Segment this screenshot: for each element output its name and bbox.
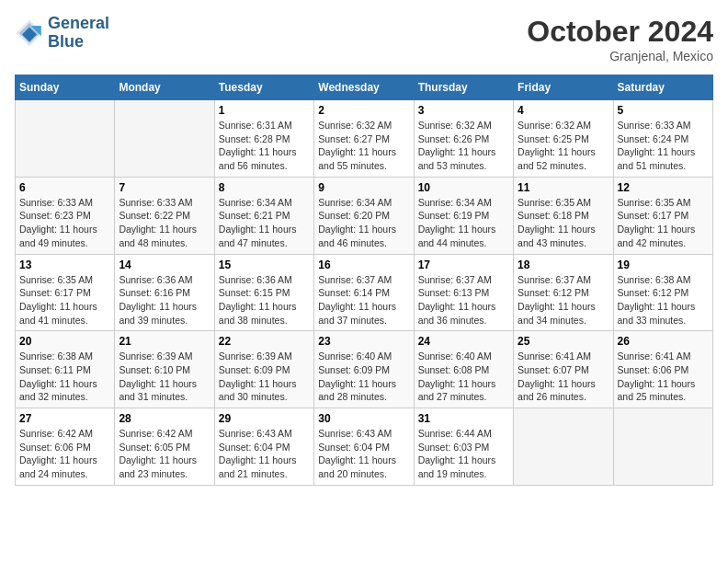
day-info: Sunrise: 6:33 AMSunset: 6:22 PMDaylight:… bbox=[119, 196, 210, 250]
day-cell: 3Sunrise: 6:32 AMSunset: 6:26 PMDaylight… bbox=[414, 100, 513, 178]
day-info: Sunrise: 6:35 AMSunset: 6:17 PMDaylight:… bbox=[618, 196, 709, 250]
day-cell: 9Sunrise: 6:34 AMSunset: 6:20 PMDaylight… bbox=[314, 177, 414, 254]
day-info: Sunrise: 6:38 AMSunset: 6:11 PMDaylight:… bbox=[19, 350, 110, 404]
day-info: Sunrise: 6:31 AMSunset: 6:28 PMDaylight:… bbox=[219, 119, 310, 173]
day-cell: 31Sunrise: 6:44 AMSunset: 6:03 PMDayligh… bbox=[414, 408, 513, 486]
day-cell: 25Sunrise: 6:41 AMSunset: 6:07 PMDayligh… bbox=[514, 331, 613, 408]
day-number: 20 bbox=[19, 335, 110, 348]
day-info: Sunrise: 6:42 AMSunset: 6:05 PMDaylight:… bbox=[119, 427, 210, 481]
day-number: 10 bbox=[418, 181, 509, 194]
day-cell: 7Sunrise: 6:33 AMSunset: 6:22 PMDaylight… bbox=[115, 177, 214, 254]
day-info: Sunrise: 6:37 AMSunset: 6:13 PMDaylight:… bbox=[418, 273, 509, 327]
day-number: 8 bbox=[219, 181, 310, 194]
day-number: 29 bbox=[219, 412, 310, 425]
day-cell bbox=[514, 408, 613, 486]
day-info: Sunrise: 6:35 AMSunset: 6:17 PMDaylight:… bbox=[19, 273, 110, 327]
day-number: 5 bbox=[618, 104, 709, 117]
day-cell: 8Sunrise: 6:34 AMSunset: 6:21 PMDaylight… bbox=[214, 177, 313, 254]
day-info: Sunrise: 6:33 AMSunset: 6:24 PMDaylight:… bbox=[618, 119, 709, 173]
day-info: Sunrise: 6:42 AMSunset: 6:06 PMDaylight:… bbox=[19, 427, 110, 481]
day-info: Sunrise: 6:39 AMSunset: 6:10 PMDaylight:… bbox=[119, 350, 210, 404]
logo-line2: Blue bbox=[48, 33, 109, 52]
week-row-5: 27Sunrise: 6:42 AMSunset: 6:06 PMDayligh… bbox=[16, 408, 713, 486]
day-number: 19 bbox=[618, 259, 709, 271]
weekday-header-thursday: Thursday bbox=[414, 75, 513, 100]
day-info: Sunrise: 6:44 AMSunset: 6:03 PMDaylight:… bbox=[418, 427, 509, 481]
day-cell: 14Sunrise: 6:36 AMSunset: 6:16 PMDayligh… bbox=[115, 254, 214, 331]
day-number: 13 bbox=[19, 259, 110, 271]
day-cell: 10Sunrise: 6:34 AMSunset: 6:19 PMDayligh… bbox=[414, 177, 513, 254]
week-row-1: 1Sunrise: 6:31 AMSunset: 6:28 PMDaylight… bbox=[16, 100, 713, 178]
day-number: 7 bbox=[119, 181, 210, 194]
day-number: 3 bbox=[418, 104, 509, 117]
day-cell bbox=[613, 408, 712, 486]
page-header: General Blue October 2024 Granjenal, Mex… bbox=[15, 15, 713, 63]
day-number: 11 bbox=[518, 181, 609, 194]
day-cell: 15Sunrise: 6:36 AMSunset: 6:15 PMDayligh… bbox=[214, 254, 313, 331]
day-cell: 28Sunrise: 6:42 AMSunset: 6:05 PMDayligh… bbox=[115, 408, 214, 486]
day-cell: 23Sunrise: 6:40 AMSunset: 6:09 PMDayligh… bbox=[314, 331, 414, 408]
weekday-header-sunday: Sunday bbox=[16, 75, 115, 100]
logo-icon bbox=[15, 18, 44, 48]
day-cell bbox=[16, 100, 115, 178]
day-info: Sunrise: 6:38 AMSunset: 6:12 PMDaylight:… bbox=[618, 273, 709, 327]
day-cell: 12Sunrise: 6:35 AMSunset: 6:17 PMDayligh… bbox=[613, 177, 712, 254]
day-number: 26 bbox=[618, 335, 709, 348]
day-cell: 22Sunrise: 6:39 AMSunset: 6:09 PMDayligh… bbox=[214, 331, 313, 408]
month-title: October 2024 bbox=[527, 15, 713, 49]
day-number: 15 bbox=[219, 259, 310, 271]
day-number: 6 bbox=[19, 181, 110, 194]
week-row-2: 6Sunrise: 6:33 AMSunset: 6:23 PMDaylight… bbox=[16, 177, 713, 254]
week-row-4: 20Sunrise: 6:38 AMSunset: 6:11 PMDayligh… bbox=[16, 331, 713, 408]
day-info: Sunrise: 6:33 AMSunset: 6:23 PMDaylight:… bbox=[19, 196, 110, 250]
day-number: 28 bbox=[119, 412, 210, 425]
location: Granjenal, Mexico bbox=[527, 49, 713, 63]
day-info: Sunrise: 6:35 AMSunset: 6:18 PMDaylight:… bbox=[518, 196, 609, 250]
day-info: Sunrise: 6:39 AMSunset: 6:09 PMDaylight:… bbox=[219, 350, 310, 404]
day-info: Sunrise: 6:40 AMSunset: 6:09 PMDaylight:… bbox=[318, 350, 409, 404]
title-block: October 2024 Granjenal, Mexico bbox=[527, 15, 713, 63]
weekday-header-wednesday: Wednesday bbox=[314, 75, 414, 100]
logo-line1: General bbox=[48, 15, 109, 33]
day-info: Sunrise: 6:43 AMSunset: 6:04 PMDaylight:… bbox=[219, 427, 310, 481]
day-cell: 17Sunrise: 6:37 AMSunset: 6:13 PMDayligh… bbox=[414, 254, 513, 331]
day-number: 21 bbox=[119, 335, 210, 348]
logo: General Blue bbox=[15, 15, 109, 52]
day-cell: 2Sunrise: 6:32 AMSunset: 6:27 PMDaylight… bbox=[314, 100, 414, 178]
day-number: 24 bbox=[418, 335, 509, 348]
day-number: 9 bbox=[318, 181, 409, 194]
weekday-header-tuesday: Tuesday bbox=[214, 75, 313, 100]
day-cell: 20Sunrise: 6:38 AMSunset: 6:11 PMDayligh… bbox=[16, 331, 115, 408]
day-cell: 5Sunrise: 6:33 AMSunset: 6:24 PMDaylight… bbox=[613, 100, 712, 178]
day-number: 22 bbox=[219, 335, 310, 348]
day-info: Sunrise: 6:34 AMSunset: 6:19 PMDaylight:… bbox=[418, 196, 509, 250]
day-cell: 19Sunrise: 6:38 AMSunset: 6:12 PMDayligh… bbox=[613, 254, 712, 331]
day-cell: 29Sunrise: 6:43 AMSunset: 6:04 PMDayligh… bbox=[214, 408, 313, 486]
day-cell: 13Sunrise: 6:35 AMSunset: 6:17 PMDayligh… bbox=[16, 254, 115, 331]
day-number: 4 bbox=[518, 104, 609, 117]
day-number: 17 bbox=[418, 259, 509, 271]
day-cell: 18Sunrise: 6:37 AMSunset: 6:12 PMDayligh… bbox=[514, 254, 613, 331]
weekday-header-row: SundayMondayTuesdayWednesdayThursdayFrid… bbox=[16, 75, 713, 100]
day-cell: 4Sunrise: 6:32 AMSunset: 6:25 PMDaylight… bbox=[514, 100, 613, 178]
day-info: Sunrise: 6:36 AMSunset: 6:15 PMDaylight:… bbox=[219, 273, 310, 327]
weekday-header-monday: Monday bbox=[115, 75, 214, 100]
day-info: Sunrise: 6:40 AMSunset: 6:08 PMDaylight:… bbox=[418, 350, 509, 404]
day-info: Sunrise: 6:37 AMSunset: 6:14 PMDaylight:… bbox=[318, 273, 409, 327]
day-number: 1 bbox=[219, 104, 310, 117]
day-cell: 11Sunrise: 6:35 AMSunset: 6:18 PMDayligh… bbox=[514, 177, 613, 254]
day-info: Sunrise: 6:36 AMSunset: 6:16 PMDaylight:… bbox=[119, 273, 210, 327]
day-cell: 30Sunrise: 6:43 AMSunset: 6:04 PMDayligh… bbox=[314, 408, 414, 486]
day-number: 30 bbox=[318, 412, 409, 425]
day-number: 2 bbox=[318, 104, 409, 117]
day-number: 31 bbox=[418, 412, 509, 425]
day-number: 14 bbox=[119, 259, 210, 271]
day-number: 18 bbox=[518, 259, 609, 271]
day-info: Sunrise: 6:34 AMSunset: 6:21 PMDaylight:… bbox=[219, 196, 310, 250]
day-number: 25 bbox=[518, 335, 609, 348]
day-number: 23 bbox=[318, 335, 409, 348]
day-info: Sunrise: 6:34 AMSunset: 6:20 PMDaylight:… bbox=[318, 196, 409, 250]
day-cell: 6Sunrise: 6:33 AMSunset: 6:23 PMDaylight… bbox=[16, 177, 115, 254]
day-cell bbox=[115, 100, 214, 178]
day-info: Sunrise: 6:41 AMSunset: 6:06 PMDaylight:… bbox=[618, 350, 709, 404]
